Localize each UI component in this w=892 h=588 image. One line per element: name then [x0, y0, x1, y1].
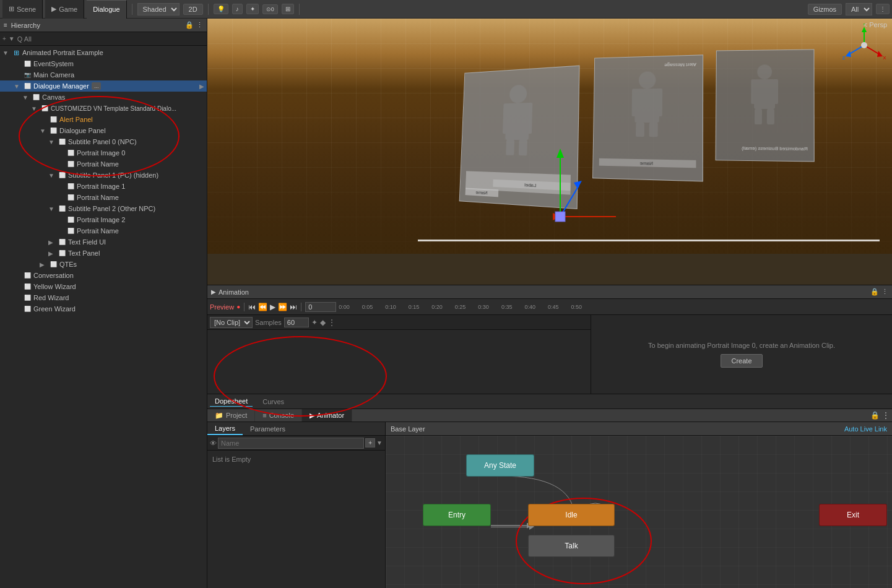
- prefab-icon-s1: ⬜: [57, 170, 67, 180]
- console-tab[interactable]: ≡ Console: [255, 409, 302, 422]
- separator-1: [132, 4, 132, 15]
- hier-yellow-wizard[interactable]: ⬜ Yellow Wizard: [0, 281, 207, 292]
- expand-arrow[interactable]: ▶: [199, 83, 204, 90]
- hier-text-field-ui[interactable]: ▶ ⬜ Text Field UI: [0, 236, 207, 248]
- gizmos-button[interactable]: Gizmos: [808, 4, 842, 15]
- add-button[interactable]: +: [365, 438, 375, 447]
- bottom-more[interactable]: ⋮: [882, 411, 890, 420]
- hier-subtitle-2[interactable]: ▼ ⬜ Subtitle Panel 2 (Other NPC): [0, 203, 207, 214]
- animation-toolbar: Preview ● ⏮ ⏪ ▶ ⏩ ⏭ 0:000:050:100:150:20…: [207, 299, 892, 315]
- curves-tab[interactable]: Curves: [258, 397, 289, 407]
- hierarchy-all-label: Q All: [17, 35, 32, 43]
- fx-button[interactable]: ⊙0: [262, 4, 278, 14]
- shading-dropdown[interactable]: Shaded: [137, 3, 180, 15]
- any-state-label: Any State: [484, 461, 516, 470]
- animation-more[interactable]: ⋮: [881, 288, 888, 296]
- console-label: Console: [269, 412, 294, 419]
- animator-search-input[interactable]: [218, 438, 364, 449]
- hier-subtitle-1[interactable]: ▼ ⬜ Subtitle Panel 1 (PC) (hidden): [0, 170, 207, 181]
- hier-green-wizard[interactable]: ⬜ Green Wizard: [0, 303, 207, 314]
- hier-portrait-name-2[interactable]: ⬜ Portrait Name: [0, 225, 207, 236]
- svg-text:Z: Z: [842, 55, 846, 61]
- tab-scene[interactable]: ⊞ Scene: [2, 0, 43, 19]
- hier-red-wizard[interactable]: ⬜ Red Wizard: [0, 292, 207, 303]
- add-dropdown[interactable]: ▼: [376, 439, 383, 446]
- scene-canvas[interactable]: < Persp Y X Z: [207, 19, 892, 254]
- arrow-sub0: ▼: [48, 139, 57, 145]
- lock-icon[interactable]: 🔒: [185, 21, 194, 29]
- main-layout: ≡ Hierarchy 🔒 ⋮ + ▼ Q All ▼ ⊞ Animated P…: [0, 19, 892, 588]
- play-btn[interactable]: ▶: [270, 303, 275, 311]
- grid-button[interactable]: ⊞: [282, 4, 294, 14]
- hier-portrait-image-1[interactable]: ⬜ Portrait Image 1: [0, 181, 207, 192]
- hier-canvas[interactable]: ▼ ⬜ Canvas: [0, 92, 207, 103]
- frame-input[interactable]: [305, 302, 336, 312]
- clip-bar: [No Clip] Samples ✦ ◆ ⋮: [207, 315, 591, 330]
- key-btn2[interactable]: ◆: [320, 318, 326, 327]
- animator-tab[interactable]: ▶ Animator: [302, 409, 352, 422]
- end-btn[interactable]: ⏭: [290, 303, 297, 311]
- hier-dialogue-manager[interactable]: ▼ ⬜ Dialogue Manager ... ▶: [0, 80, 207, 92]
- hier-portrait-name-1[interactable]: ⬜ Portrait Name: [0, 192, 207, 203]
- hier-portrait-name-0[interactable]: ⬜ Portrait Name: [0, 158, 207, 170]
- hier-animated-portrait[interactable]: ▼ ⊞ Animated Portrait Example: [0, 47, 207, 58]
- list-empty-label: List is Empty: [212, 456, 251, 463]
- gameobject-icon-pn0: ⬜: [66, 159, 76, 169]
- audio-button[interactable]: ♪: [232, 4, 243, 14]
- animator-sub-tabs: Layers Parameters: [207, 422, 385, 436]
- tab-game[interactable]: ▶ Game: [45, 0, 84, 19]
- entry-node[interactable]: Entry: [423, 504, 491, 526]
- bottom-lock[interactable]: 🔒: [870, 411, 880, 420]
- svg-rect-18: [632, 89, 638, 116]
- step-fwd-btn[interactable]: ⏩: [278, 303, 287, 311]
- talk-node[interactable]: Talk: [528, 535, 615, 557]
- idle-node[interactable]: Idle: [528, 504, 615, 526]
- more-icon[interactable]: ⋮: [196, 21, 203, 29]
- step-back-btn[interactable]: ⏪: [258, 303, 267, 311]
- dopesheet-tab[interactable]: Dopesheet: [210, 396, 253, 407]
- record-btn[interactable]: ●: [236, 303, 240, 310]
- hier-portrait-image-0[interactable]: ⬜ Portrait Image 0: [0, 147, 207, 158]
- ui-panel-right: Randomized Business (email): [716, 49, 815, 162]
- animator-canvas[interactable]: Any State Entry Idle: [386, 436, 892, 588]
- prefab-icon-dp: ⬜: [48, 126, 58, 136]
- auto-live-link[interactable]: Auto Live Link: [844, 425, 887, 433]
- key-btn3[interactable]: ⋮: [328, 318, 336, 327]
- layers-dropdown[interactable]: All: [846, 3, 872, 15]
- hier-subtitle-0[interactable]: ▼ ⬜ Subtitle Panel 0 (NPC): [0, 136, 207, 147]
- search-dropdown[interactable]: ▼: [9, 35, 15, 42]
- hier-event-system[interactable]: ⬜ EventSystem: [0, 58, 207, 69]
- project-tab[interactable]: 📁 Project: [207, 409, 255, 422]
- layers-tab[interactable]: Layers: [207, 422, 243, 435]
- more-options-button[interactable]: ⋮: [876, 4, 890, 14]
- yellow-wizard-label: Yellow Wizard: [33, 283, 76, 290]
- tab-dialogue[interactable]: Dialogue: [87, 0, 126, 19]
- hier-customized-vn[interactable]: ▼ ⬜ CUSTOMIZED VN Template Standard Dial…: [0, 103, 207, 114]
- hier-main-camera[interactable]: 📷 Main Camera: [0, 69, 207, 80]
- 2d-button[interactable]: 2D: [183, 4, 203, 15]
- preview-label[interactable]: Preview: [210, 303, 234, 311]
- portrait-image-2-label: Portrait Image 2: [77, 216, 125, 223]
- hier-qtes[interactable]: ▶ ⬜ QTEs: [0, 259, 207, 270]
- talk-label: Talk: [565, 542, 578, 550]
- light-button[interactable]: 💡: [214, 4, 228, 14]
- exit-node[interactable]: Exit: [819, 504, 887, 526]
- samples-input[interactable]: [284, 318, 309, 327]
- key-icon[interactable]: ✦: [311, 318, 318, 327]
- rewind-btn[interactable]: ⏮: [248, 303, 256, 311]
- svg-point-16: [639, 71, 656, 89]
- animation-lock[interactable]: 🔒: [870, 288, 879, 296]
- dialogue-manager-badge: ...: [92, 82, 102, 90]
- create-button[interactable]: Create: [721, 354, 762, 368]
- hier-text-panel[interactable]: ▶ ⬜ Text Panel: [0, 248, 207, 259]
- prefab-icon-vn: ⬜: [40, 103, 50, 113]
- hier-dialogue-panel[interactable]: ▼ ⬜ Dialogue Panel: [0, 125, 207, 136]
- parameters-tab[interactable]: Parameters: [243, 422, 293, 435]
- effects-button[interactable]: ✦: [246, 4, 259, 14]
- clip-dropdown[interactable]: [No Clip]: [210, 317, 253, 328]
- hier-alert-panel[interactable]: ⬜ Alert Panel: [0, 114, 207, 125]
- svg-rect-20: [636, 123, 644, 137]
- hier-conversation[interactable]: ⬜ Conversation: [0, 270, 207, 281]
- any-state-node[interactable]: Any State: [466, 454, 534, 477]
- hier-portrait-image-2[interactable]: ⬜ Portrait Image 2: [0, 214, 207, 225]
